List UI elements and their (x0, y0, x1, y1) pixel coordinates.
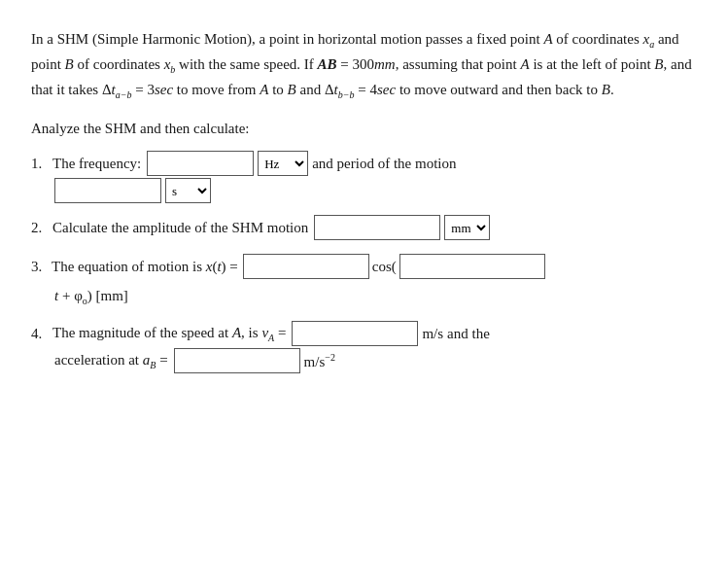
q3-row: 3. The equation of motion is x(t) = cos( (31, 252, 697, 281)
q2-row: 2. Calculate the amplitude of the SHM mo… (31, 213, 697, 242)
point-A2: A (520, 56, 529, 72)
q3-label-pre: The equation of motion is x(t) = (52, 252, 238, 281)
xa-coord: xa (643, 31, 655, 47)
q3-equation-coeff-input[interactable] (243, 254, 369, 279)
xb-coord: xb (164, 56, 176, 72)
q4-row1: 4. The magnitude of the speed at A, is v… (31, 321, 697, 346)
question-2: 2. Calculate the amplitude of the SHM mo… (31, 213, 697, 242)
q4-row2: acceleration at aB = m/s−2 (54, 348, 697, 373)
point-B4: B (602, 82, 610, 97)
q3-label-end: t + φo) [mm] (54, 288, 128, 303)
q2-amplitude-input[interactable] (314, 215, 440, 240)
point-B3: B (288, 82, 296, 97)
problem-container: In a SHM (Simple Harmonic Motion), a poi… (31, 27, 697, 373)
q1-row2: s ms min (54, 178, 697, 203)
q2-amplitude-unit-select[interactable]: mm cm m (444, 215, 490, 240)
q4-speed-unit: m/s (422, 326, 443, 342)
q1-period-label: and period of the motion (312, 156, 456, 172)
point-A3: A (260, 82, 268, 97)
question-1: 1. The frequency: Hz rad/s rpm and perio… (31, 151, 697, 203)
AB-label: AB (318, 56, 337, 72)
problem-text: In a SHM (Simple Harmonic Motion), a poi… (31, 27, 697, 103)
q4-acceleration-input[interactable] (174, 348, 300, 373)
q4-label-pre: The magnitude of the speed at A, is vA = (52, 325, 286, 343)
q3-suffix: t + φo) [mm] (54, 281, 697, 311)
q4-label-acc: acceleration at aB = (54, 352, 168, 370)
q2-label: Calculate the amplitude of the SHM motio… (52, 213, 308, 242)
unit-sec2: sec (377, 82, 396, 97)
q1-frequency-unit-select[interactable]: Hz rad/s rpm (258, 151, 308, 176)
unit-mm: mm (374, 56, 396, 72)
question-3: 3. The equation of motion is x(t) = cos(… (31, 252, 697, 311)
q4-block: 4. The magnitude of the speed at A, is v… (31, 321, 697, 373)
q1-block: 1. The frequency: Hz rad/s rpm and perio… (31, 151, 697, 203)
delta-tbb: tb−b (334, 82, 355, 97)
q1-period-input[interactable] (54, 178, 161, 203)
question-4: 4. The magnitude of the speed at A, is v… (31, 321, 697, 373)
analyze-text: Analyze the SHM and then calculate: (31, 121, 697, 137)
q1-number: 1. (31, 156, 49, 172)
q3-number: 3. (31, 252, 49, 281)
unit-sec1: sec (155, 82, 173, 97)
q2-number: 2. (31, 213, 49, 242)
point-B2: B (654, 56, 663, 72)
q3-equation-arg-input[interactable] (399, 254, 545, 279)
q1-frequency-input[interactable] (147, 151, 254, 176)
q1-label: The frequency: (52, 156, 141, 172)
q4-and-the: and the (447, 326, 490, 342)
q4-speed-input[interactable] (292, 321, 418, 346)
q4-number: 4. (31, 326, 49, 342)
q3-cos-text: cos( (372, 252, 397, 281)
point-B: B (65, 56, 74, 72)
point-A: A (543, 31, 552, 47)
q4-acc-unit: m/s−2 (304, 352, 335, 370)
q1-row1: 1. The frequency: Hz rad/s rpm and perio… (31, 151, 697, 176)
questions-list: 1. The frequency: Hz rad/s rpm and perio… (31, 151, 697, 373)
delta-tab: ta−b (112, 82, 132, 97)
q1-period-unit-select[interactable]: s ms min (165, 178, 211, 203)
